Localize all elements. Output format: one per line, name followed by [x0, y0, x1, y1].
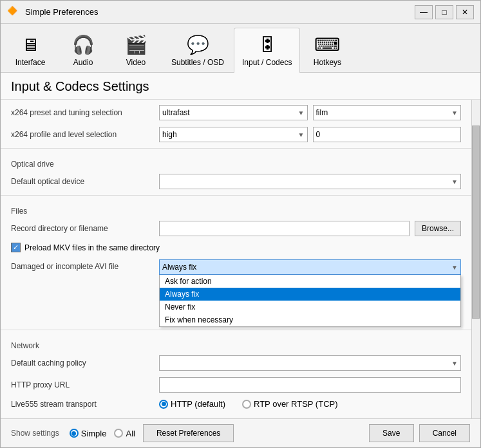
stream-transport-control: HTTP (default) RTP over RTSP (TCP) [159, 399, 461, 409]
scrollbar[interactable] [471, 100, 480, 418]
optical-device-select[interactable]: ▼ [159, 174, 461, 189]
dropdown-arrow: ▼ [451, 178, 458, 185]
separator3 [1, 330, 471, 337]
damaged-avi-select[interactable]: Always fix ▼ [159, 259, 461, 275]
x264-preset-label: x264 preset and tuning selection [11, 108, 153, 117]
simple-radio-label: Simple [81, 429, 107, 438]
reset-preferences-button[interactable]: Reset Preferences [143, 424, 234, 442]
interface-icon: 🖥 [17, 32, 43, 57]
all-radio-label: All [126, 429, 135, 438]
stream-transport-row: Live555 stream transport HTTP (default) … [1, 396, 471, 412]
optical-device-row: Default optical device ▼ [1, 171, 471, 192]
stream-transport-label: Live555 stream transport [11, 400, 153, 409]
tab-audio[interactable]: 🎧 Audio [57, 28, 109, 72]
caching-policy-label: Default caching policy [11, 359, 153, 368]
tab-subtitles[interactable]: 💬 Subtitles / OSD [163, 28, 232, 72]
dropdown-arrow: ▼ [451, 109, 458, 117]
main-window: 🔶 Simple Preferences — □ ✕ 🖥 Interface 🎧… [0, 0, 481, 448]
tab-video-label: Video [126, 58, 146, 67]
show-settings-label: Show settings [11, 429, 59, 438]
all-radio[interactable]: All [114, 429, 135, 438]
network-header: Network [1, 337, 471, 352]
title-bar: 🔶 Simple Preferences — □ ✕ [1, 1, 480, 24]
maximize-button[interactable]: □ [435, 5, 453, 19]
optical-device-control: ▼ [159, 174, 461, 189]
tab-hotkeys[interactable]: ⌨ Hotkeys [301, 28, 353, 72]
x264-profile-label: x264 profile and level selection [11, 130, 153, 139]
dropdown-arrow: ▼ [451, 360, 458, 367]
damaged-avi-label: Damaged or incomplete AVI file [11, 259, 153, 271]
dropdown-arrow: ▼ [298, 131, 305, 138]
preload-mkv-row: Preload MKV files in the same directory [1, 239, 471, 256]
minimize-button[interactable]: — [415, 5, 433, 19]
dropdown-option-always[interactable]: Always fix [160, 288, 460, 301]
dropdown-arrow: ▼ [451, 264, 458, 271]
window-title: Simple Preferences [25, 7, 415, 17]
all-radio-circle [114, 429, 123, 438]
audio-icon: 🎧 [70, 32, 96, 57]
record-dir-label: Record directory or filename [11, 224, 153, 233]
simple-radio[interactable]: Simple [70, 429, 107, 438]
content-area: x264 preset and tuning selection ultrafa… [1, 100, 480, 418]
dropdown-arrow: ▼ [298, 109, 305, 117]
x264-profile-level-input[interactable] [313, 127, 462, 142]
damaged-avi-control: Always fix ▼ Ask for action Always fix N… [159, 259, 461, 275]
http-default-radio[interactable]: HTTP (default) [159, 399, 225, 409]
record-dir-row: Record directory or filename Browse... [1, 218, 471, 239]
preload-mkv-checkbox[interactable] [11, 243, 21, 252]
close-button[interactable]: ✕ [456, 5, 474, 19]
scroll-content: x264 preset and tuning selection ultrafa… [1, 100, 471, 418]
tab-input[interactable]: 🎛 Input / Codecs [234, 28, 300, 73]
save-button[interactable]: Save [369, 424, 414, 442]
http-proxy-control [159, 377, 461, 393]
preload-mkv-label: Preload MKV files in the same directory [24, 243, 160, 252]
x264-preset-controls: ultrafast ▼ film ▼ [159, 105, 461, 120]
browse-button[interactable]: Browse... [415, 221, 461, 236]
record-dir-control: Browse... [159, 221, 461, 236]
tab-interface[interactable]: 🖥 Interface [5, 28, 56, 72]
tab-video[interactable]: 🎬 Video [110, 28, 162, 72]
hotkeys-icon: ⌨ [314, 32, 340, 57]
page-title: Input & Codecs Settings [1, 73, 480, 100]
tab-hotkeys-label: Hotkeys [314, 58, 341, 67]
http-default-label: HTTP (default) [171, 399, 225, 409]
app-icon: 🔶 [7, 6, 20, 19]
tab-audio-label: Audio [73, 58, 93, 67]
video-icon: 🎬 [123, 32, 149, 57]
caching-policy-control: ▼ [159, 355, 461, 371]
input-icon: 🎛 [254, 32, 280, 57]
http-proxy-label: HTTP proxy URL [11, 380, 153, 389]
x264-profile-select[interactable]: high ▼ [159, 127, 308, 142]
damaged-avi-row: Damaged or incomplete AVI file Always fi… [1, 256, 471, 278]
dropdown-option-ask[interactable]: Ask for action [160, 275, 460, 288]
tab-input-label: Input / Codecs [242, 58, 292, 67]
cancel-button[interactable]: Cancel [419, 424, 470, 442]
network-spacer: Network Default caching policy ▼ HTTP pr… [1, 330, 471, 412]
subtitles-icon: 💬 [185, 32, 211, 57]
optical-drive-header: Optical drive [1, 156, 471, 171]
tab-interface-label: Interface [15, 58, 46, 67]
bottom-right-buttons: Save Cancel [369, 424, 470, 442]
rtp-radio-circle [242, 400, 251, 409]
x264-profile-row: x264 profile and level selection high ▼ [1, 124, 471, 145]
rtp-radio[interactable]: RTP over RTSP (TCP) [242, 399, 338, 409]
damaged-avi-dropdown: Ask for action Always fix Never fix Fix … [159, 275, 461, 327]
http-proxy-row: HTTP proxy URL [1, 374, 471, 396]
dropdown-option-never[interactable]: Never fix [160, 301, 460, 313]
caching-policy-select[interactable]: ▼ [159, 355, 461, 371]
scrollbar-thumb[interactable] [472, 126, 480, 319]
files-header: Files [1, 203, 471, 218]
http-proxy-input[interactable] [159, 377, 461, 393]
window-controls: — □ ✕ [415, 5, 474, 19]
x264-preset-select2[interactable]: film ▼ [313, 105, 462, 120]
x264-preset-select1[interactable]: ultrafast ▼ [159, 105, 308, 120]
tab-bar: 🖥 Interface 🎧 Audio 🎬 Video 💬 Subtitles … [1, 24, 480, 73]
rtp-label: RTP over RTSP (TCP) [254, 399, 338, 409]
dropdown-option-fix-when[interactable]: Fix when necessary [160, 313, 460, 326]
tab-subtitles-label: Subtitles / OSD [171, 58, 224, 67]
record-dir-input[interactable] [159, 221, 410, 236]
simple-radio-circle [70, 429, 79, 438]
x264-profile-controls: high ▼ [159, 127, 461, 142]
separator2 [1, 195, 471, 203]
caching-policy-row: Default caching policy ▼ [1, 352, 471, 374]
